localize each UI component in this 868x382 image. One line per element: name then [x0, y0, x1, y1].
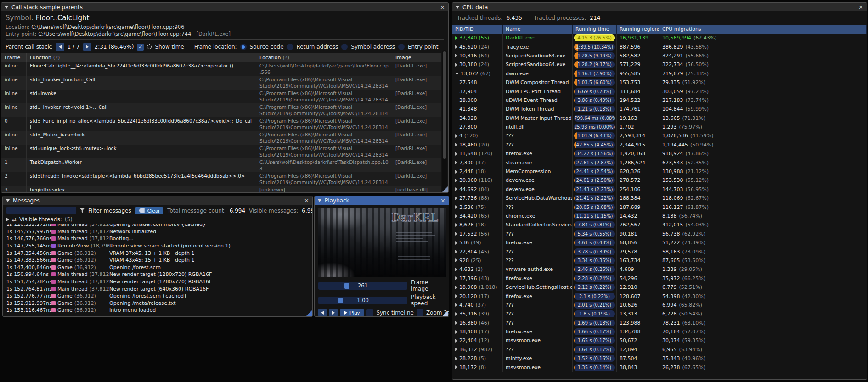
frame-image-slider[interactable]: 261 — [318, 282, 407, 290]
message-row[interactable]: 1s 150,994,64nsMain thread(37,812)New re… — [3, 271, 312, 278]
radio-entry-point[interactable] — [398, 44, 405, 50]
expand-row-icon[interactable] — [455, 63, 457, 67]
message-row[interactable]: 1s 152,764,817nsMain thread(37,812)New r… — [3, 285, 312, 292]
column-header-image[interactable]: Image — [392, 53, 441, 62]
sync-timeline-checkbox[interactable] — [366, 309, 373, 316]
resize-grip[interactable] — [306, 310, 312, 316]
cpu-row[interactable]: 34,028DWM Master Input Thread799.64 ms (… — [452, 114, 867, 123]
message-row[interactable]: 1s 145,557,997nsMain thread(37,812)Netwo… — [3, 228, 312, 236]
close-icon[interactable]: × — [440, 197, 445, 203]
cpu-row[interactable]: 18,460(20)???42.85 s (4.45%)2,344,9151,1… — [452, 140, 867, 149]
expand-row-icon[interactable] — [455, 170, 457, 174]
cpu-row[interactable]: 38,000uDWM Event Thread3.86 s (0.40%)294… — [452, 96, 867, 105]
close-icon[interactable]: × — [440, 4, 445, 10]
radio-source-code[interactable] — [240, 44, 247, 50]
collapse-icon[interactable] — [6, 199, 10, 202]
expand-row-icon[interactable] — [455, 312, 457, 316]
column-header-name[interactable]: Name — [503, 25, 573, 34]
message-row[interactable]: 1s 147,383,566nsGame(36,912)VRAM 43x45: … — [3, 257, 312, 264]
zoom-2x-checkbox[interactable] — [417, 309, 423, 316]
resize-grip[interactable] — [443, 310, 448, 316]
callstack-row[interactable]: 1TaskDispatch::WorkerC:\Users\wolf\Deskt… — [1, 158, 441, 172]
expand-row-icon[interactable] — [455, 268, 457, 271]
expand-row-icon[interactable] — [455, 241, 457, 245]
callstack-row[interactable]: 2std::thread::_Invoke<std::tuple<<lambda… — [1, 172, 441, 186]
cpu-row[interactable]: 7,300(37)steam.exe27.61 s (2.87%)1,286,5… — [452, 158, 867, 167]
expand-row-icon[interactable] — [455, 321, 457, 325]
tree-expand-icon[interactable] — [6, 218, 9, 221]
cpu-row[interactable]: 35,916(39)???1.8 s (0.19%)13,3136,728(50… — [452, 309, 867, 318]
callstack-row[interactable]: inlinestd::unique_lock<std::mutex>::lock… — [1, 145, 441, 158]
cpu-row[interactable]: 4(120)???1:01.9 (6.43%)2,593,3141,078,53… — [452, 131, 867, 140]
cpu-row[interactable]: 22,404(12)msvsmon.exe1.65 s (0.17%)50,67… — [452, 336, 867, 345]
cpu-row[interactable]: 16,332(982)???1.64 s (0.17%)12,8946,955(… — [452, 345, 867, 354]
cpu-row[interactable]: 20,120(17)firefox.exe2.1 s (0.22%)128,60… — [452, 292, 867, 300]
expand-row-icon[interactable] — [455, 258, 457, 262]
cpu-titlebar[interactable]: CPU data × — [452, 3, 867, 11]
cpu-row[interactable]: 4,632(2)vmware-authd.exe2.46 s (0.26%)4,… — [452, 265, 867, 274]
clear-filter-button[interactable]: Clear — [135, 207, 163, 214]
column-header-location[interactable]: Location(?) — [256, 53, 392, 62]
expand-row-icon[interactable] — [455, 179, 457, 182]
cpu-row[interactable]: 11,648(120)firefox.exe34.27 s (3.56%)1,9… — [452, 149, 867, 158]
resize-grip[interactable] — [442, 186, 448, 192]
prev-callstack-button[interactable] — [56, 43, 64, 51]
expand-row-icon[interactable] — [455, 197, 457, 200]
column-header-running-time[interactable]: Running time — [573, 25, 617, 34]
cpu-row[interactable]: 45,620(24)Tracy.exe1:39.5 (10.34%)887,59… — [452, 42, 867, 51]
radio-symbol-address[interactable] — [341, 44, 348, 50]
cpu-row[interactable]: 27,800ntdll.dll25.93 ms (0.00%)1,7021,29… — [452, 123, 867, 131]
callstack-row[interactable]: 0std::_Func_impl_no_alloc<<lambda_5bc224… — [1, 117, 441, 131]
message-row[interactable]: 1s 151,754,784nsMain thread(37,812)New r… — [3, 278, 312, 286]
expand-row-icon[interactable] — [455, 45, 457, 49]
cpu-row[interactable]: 44,692(84)devenv.exe21.43 s (2.23%)254,1… — [452, 185, 867, 194]
visible-threads-label[interactable]: Visible threads: — [19, 216, 62, 223]
expand-row-icon[interactable] — [455, 330, 457, 334]
close-icon[interactable]: × — [858, 4, 863, 10]
cpu-row[interactable]: 928(25)???3.34 s (0.35%)163,73487,605(53… — [452, 256, 867, 265]
callstack-titlebar[interactable]: Call stack sample parents × — [1, 3, 448, 11]
previous-frame-button[interactable] — [318, 309, 327, 317]
cpu-row[interactable]: 27,548DWM Compositor Thread1:03.5 (6.60%… — [452, 78, 867, 87]
collapse-icon[interactable] — [318, 199, 321, 202]
expand-row-icon[interactable] — [455, 294, 457, 298]
radio-return-address[interactable] — [287, 44, 293, 50]
cpu-row[interactable]: 17,532(56)???5.34 s (0.55%)90,18156,738(… — [452, 230, 867, 238]
cpu-row[interactable]: 30,060(116)devenv.exe24.01 s (2.50%)278,… — [452, 176, 867, 185]
collapse-icon[interactable] — [5, 6, 8, 9]
cpu-row[interactable]: 2,448(18)MemCompression24.41 s (2.54%)62… — [452, 167, 867, 176]
cpu-row[interactable]: 8,628(18)StandardCollector.Service.e7.84… — [452, 220, 867, 229]
expand-row-icon[interactable] — [455, 303, 457, 307]
message-row[interactable]: 1s 152,776,777nsGame(36,912)Opening /for… — [3, 292, 312, 300]
expand-row-icon[interactable] — [455, 232, 457, 236]
cpu-row[interactable]: 13,072(67)dwm.exe1:16.1 (7.90%)955,58571… — [452, 69, 867, 78]
cpu-row[interactable]: 17,396(43)firefox.exe2.28 s (0.24%)54,29… — [452, 274, 867, 283]
cpu-row[interactable]: 28,228(5)mintty.exe1.52 s (0.16%)87,5043… — [452, 354, 867, 363]
message-row[interactable]: 1s 147,255,145nsRemoteView(18,796)Remote… — [3, 242, 312, 250]
cpu-row[interactable]: 16,880(46)???1.69 s (0.18%)123,98878,231… — [452, 319, 867, 327]
cpu-row[interactable]: 37,904DWM LPC Port Thread6.69 s (0.70%)3… — [452, 87, 867, 96]
cpu-row[interactable]: 37,840(55)DarkRL.exe4:15.3 (26.5%)16,931… — [452, 34, 867, 42]
message-row[interactable]: 1s 147,400,846nsGame(36,912)Opening /for… — [3, 264, 312, 271]
expand-row-icon[interactable] — [455, 205, 457, 209]
expand-row-icon[interactable] — [455, 365, 457, 369]
message-row[interactable]: 1s 152,912,997nsGame(36,912)Opening /met… — [3, 300, 312, 307]
cpu-row[interactable]: 3,536(75)???20.05 s (2.08%)187,689116,12… — [452, 202, 867, 211]
expand-row-icon[interactable] — [455, 250, 457, 253]
message-row[interactable]: 1s 146,576,766nsMain thread(37,812)Booti… — [3, 235, 312, 242]
playback-titlebar[interactable]: Playback × — [315, 196, 449, 205]
column-header-pid-tid[interactable]: PID/TID — [452, 25, 503, 34]
cpu-row[interactable]: 4,740(37)???2.01 s (0.21%)10,6266,994(65… — [452, 301, 867, 309]
expand-row-icon[interactable] — [455, 36, 457, 40]
cpu-row[interactable]: 536(49)firefox.exe4.61 s (0.48%)68,85651… — [452, 238, 867, 247]
cpu-row[interactable]: 22,804(45)???3.78 s (0.39%)79,57858,163(… — [452, 247, 867, 256]
callstack-row[interactable]: inlinestd::_Invoker_functor::_CallC:\Pro… — [1, 76, 441, 90]
expand-row-icon[interactable] — [455, 348, 457, 351]
play-button[interactable]: Play — [340, 309, 364, 317]
message-row[interactable]: 1s 147,354,456nsGame(36,912)VRAM 37x45: … — [3, 249, 312, 257]
callstack-row[interactable]: inlineFloor::CalcLight::__l4::<lambda_5b… — [1, 62, 441, 76]
next-callstack-button[interactable] — [83, 43, 91, 51]
collapse-icon[interactable] — [456, 6, 459, 9]
expand-row-icon[interactable] — [455, 214, 457, 218]
cpu-row[interactable]: 10,816(64)ScriptedSandbox64.exe1:28.5 (9… — [452, 51, 867, 60]
